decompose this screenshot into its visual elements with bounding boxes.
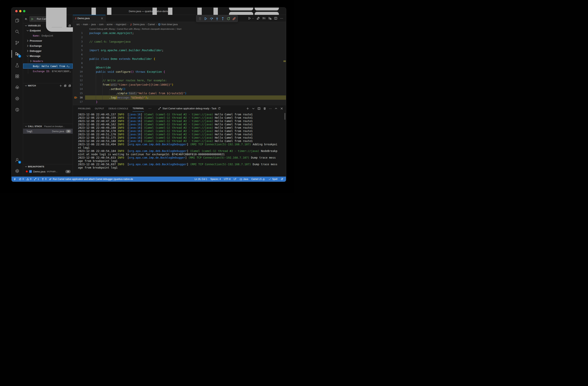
call-stack-frame[interactable]: log1Demo.java16 xyxy=(23,129,73,134)
terminal-line: 2023-12-06 22:40:51,170 INFO [java:16] (… xyxy=(78,133,284,136)
panel-tab-terminal[interactable]: TERMINAL xyxy=(132,105,144,112)
run-dropdown-icon[interactable] xyxy=(252,17,254,19)
split-editor-icon[interactable] xyxy=(274,17,277,20)
panel-tab-problems[interactable]: PROBLEMS xyxy=(78,105,90,112)
run-java-icon[interactable] xyxy=(248,17,251,20)
activity-item-search[interactable] xyxy=(12,26,23,37)
status-indentation[interactable]: Spaces: 4 xyxy=(210,177,221,182)
status-forwarded-ports[interactable]: 0 xyxy=(42,177,46,182)
debug-java-icon[interactable] xyxy=(268,17,272,20)
terminal-token: 2023-12-06 22:40:53,180 xyxy=(78,139,118,143)
codelens-link[interactable]: Start xyxy=(177,28,181,30)
tab-demo-java[interactable]: J Demo.java xyxy=(73,15,105,22)
breakpoint-checkbox[interactable] xyxy=(29,170,32,173)
panel-tab-output[interactable]: OUTPUT xyxy=(95,105,104,112)
activity-item-manage[interactable] xyxy=(12,165,23,177)
status-running-tasks[interactable]: 1 xyxy=(34,177,39,182)
activity-item-explorer[interactable] xyxy=(12,15,23,26)
activity-item-testing[interactable] xyxy=(12,60,23,71)
status-encoding[interactable]: UTF-8 xyxy=(224,177,231,182)
terminal[interactable]: 2023-12-06 22:40:45,157 INFO [java:16] (… xyxy=(73,112,286,177)
code-editor[interactable]: Camel Debug with JBang|Camel Run with JB… xyxy=(73,27,286,105)
panel-tab-debug-console[interactable]: DEBUG CONSOLE xyxy=(108,105,128,112)
status-notifications[interactable] xyxy=(280,177,283,182)
breakpoint-row[interactable]: Demo.javasrc/main...16 xyxy=(23,169,73,174)
variable-row[interactable]: Processor xyxy=(23,38,73,43)
start-debugging-icon[interactable] xyxy=(31,18,34,21)
debug-toolbar-grip-button[interactable] xyxy=(198,17,202,21)
codelens-link[interactable]: Refresh classpath dependencies xyxy=(142,28,175,30)
breadcrumb-item[interactable]: from timer:java xyxy=(158,23,178,26)
breakpoints-title: BREAKPOINTS xyxy=(28,165,44,168)
remove-all-watch-icon[interactable] xyxy=(64,84,67,87)
code-token: Exception xyxy=(147,70,162,73)
activity-item-dependency-tree[interactable] xyxy=(12,82,23,93)
breadcrumb-item[interactable]: acme xyxy=(106,23,113,26)
debug-continue-button[interactable] xyxy=(204,17,208,21)
close-window-button[interactable] xyxy=(15,10,18,12)
activity-item-accounts[interactable]: 1 xyxy=(12,154,23,165)
debug-step-over-button[interactable] xyxy=(209,17,213,21)
new-terminal-icon[interactable] xyxy=(246,107,249,110)
close-panel-icon[interactable] xyxy=(280,107,283,110)
minimize-window-button[interactable] xyxy=(19,10,21,12)
debug-disconnect-button[interactable] xyxy=(232,17,236,21)
activity-item-run-and-debug[interactable]: 1 xyxy=(12,48,23,60)
variable-row[interactable]: Exchange ID:B74C46FC8B0F… xyxy=(23,69,73,74)
terminal-profile-dropdown-icon[interactable] xyxy=(252,107,255,110)
terminal-task[interactable]: Start Camel native application debug-rea… xyxy=(158,107,221,110)
status-problems-warnings[interactable]: 0 xyxy=(26,177,31,182)
tab-label: Demo.java xyxy=(77,17,100,20)
activity-item-extensions[interactable] xyxy=(12,71,23,82)
maximize-panel-icon[interactable] xyxy=(274,107,278,110)
call-stack-section-header[interactable]: CALL STACK Paused on breakpo... xyxy=(23,124,73,129)
code-token: ; xyxy=(162,49,163,52)
status-language-mode[interactable]: { }Java xyxy=(239,177,248,182)
breakpoints-section-header[interactable]: BREAKPOINTS xyxy=(23,164,73,169)
terminal-scrollbar[interactable] xyxy=(284,113,285,120)
status-camel-ls[interactable]: Camel LS xyxy=(252,177,265,182)
status-eol[interactable]: LF xyxy=(234,177,236,182)
breadcrumb-item[interactable]: JDemo.java xyxy=(129,23,145,26)
breadcrumb-item[interactable]: main xyxy=(83,23,88,26)
activity-item-openshift[interactable] xyxy=(12,104,23,115)
status-debug-session[interactable]: Run Camel native application and attach … xyxy=(49,177,133,182)
variable-row[interactable]: Name:Endpoint xyxy=(23,33,73,38)
more-terminal-actions-icon[interactable]: ··· xyxy=(269,107,272,110)
status-spell-checker[interactable]: Spell xyxy=(268,177,277,182)
terminal-token: (Camel (camel-1) thread #2 - timer://jav… xyxy=(144,129,213,132)
code-token xyxy=(152,57,153,61)
debug-step-out-button[interactable] xyxy=(221,17,225,21)
more-editor-actions-icon[interactable]: ··· xyxy=(280,17,283,20)
activity-item-kubernetes[interactable] xyxy=(12,93,23,104)
breadcrumb-item[interactable]: com xyxy=(99,23,104,26)
status-cursor-position[interactable]: Ln 16, Col 1 xyxy=(194,177,207,182)
breadcrumb-item[interactable]: java xyxy=(91,23,96,26)
add-watch-icon[interactable] xyxy=(59,84,62,87)
variable-row[interactable]: Headers xyxy=(23,59,73,64)
quarkus-run-icon[interactable] xyxy=(256,17,260,20)
variable-row[interactable]: Exchange xyxy=(23,43,73,48)
variable-row[interactable]: Endpoint xyxy=(23,28,73,33)
camel-run-icon[interactable] xyxy=(262,17,266,20)
codelens-link[interactable]: Camel Debug with JBang xyxy=(89,28,115,30)
collapse-all-icon[interactable] xyxy=(68,84,71,87)
breadcrumb-item[interactable]: src xyxy=(76,23,80,26)
kill-terminal-icon[interactable] xyxy=(263,107,266,110)
status-problems-errors[interactable]: 0 xyxy=(19,177,24,182)
split-terminal-icon[interactable] xyxy=(257,107,261,110)
close-tab-icon[interactable] xyxy=(101,17,104,20)
breadcrumb-item[interactable]: Camel xyxy=(148,23,155,26)
zoom-window-button[interactable] xyxy=(23,10,25,12)
activity-item-source-control[interactable] xyxy=(12,37,23,48)
watch-section-header[interactable]: WATCH xyxy=(23,83,73,88)
breadcrumb-item[interactable]: myproject xyxy=(116,23,126,26)
more-panel-tabs-icon[interactable]: ··· xyxy=(148,107,151,110)
variable-row[interactable]: Body:Hello Camel from r… xyxy=(23,64,73,69)
variable-row[interactable]: Debugger xyxy=(23,48,73,53)
debug-restart-button[interactable] xyxy=(226,17,230,21)
debug-step-into-button[interactable] xyxy=(215,17,219,21)
variable-row[interactable]: Message xyxy=(23,53,73,59)
status-remote-indicator[interactable] xyxy=(14,177,16,182)
codelens-link[interactable]: Camel Run with JBang xyxy=(117,28,140,30)
